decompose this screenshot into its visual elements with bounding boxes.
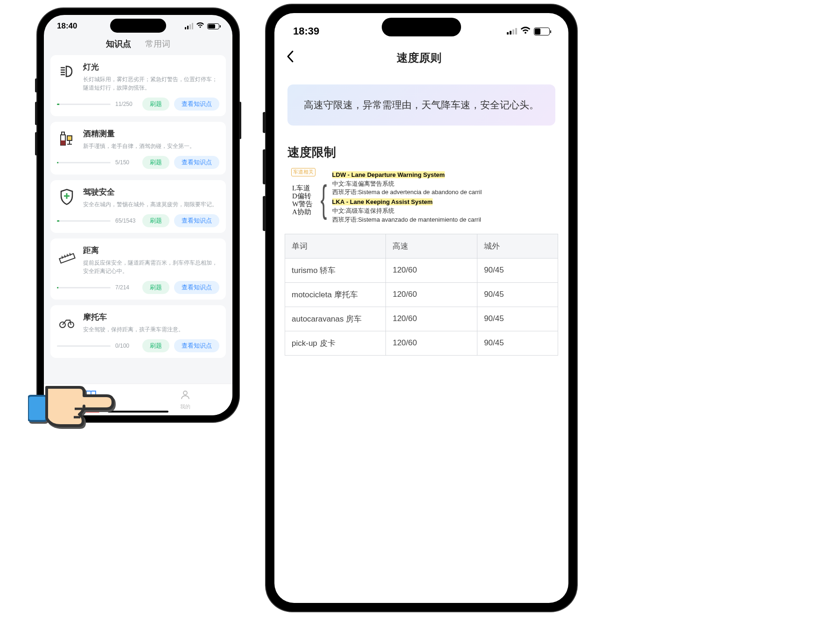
svg-point-19 — [183, 391, 187, 395]
card-title: 灯光 — [83, 62, 219, 72]
table-row: pick-up 皮卡120/6090/45 — [285, 331, 558, 355]
card-desc: 提前反应保安全，隧道距离需百米，刹车停车总相加，安全距离记心中。 — [83, 259, 219, 275]
shield-icon — [57, 187, 77, 206]
speed-limit-table: 单词高速城外 turismo 轿车120/6090/45motocicleta … — [285, 234, 558, 356]
battery-icon — [534, 28, 550, 35]
knowledge-list[interactable]: 灯光 长灯城际用，雾灯恶劣开；紧急灯警告，位置灯停车；隧道短灯行，故障勿慌张。 … — [44, 55, 232, 381]
person-icon — [180, 390, 190, 402]
section-heading: 速度限制 — [274, 140, 568, 170]
progress-text: 65/1543 — [115, 217, 138, 224]
card-title: 距离 — [83, 245, 219, 256]
knowledge-card: 摩托车 安全驾驶，保持距离，孩子乘车需注意。 0/100 刷题 查看知识点 — [50, 305, 226, 358]
practice-button[interactable]: 刷题 — [142, 98, 169, 111]
card-title: 驾驶安全 — [83, 187, 219, 197]
progress-text: 5/150 — [115, 159, 138, 166]
table-header: 城外 — [477, 234, 558, 258]
table-cell: 90/45 — [477, 331, 558, 355]
screen-right: 18:39 速度原则 高速守限速，异常需理由，天气降车速，安全记心头。 速度限制… — [274, 13, 568, 603]
lane-tag: 车道相关 — [291, 168, 315, 176]
detail-header: 速度原则 — [274, 42, 568, 75]
knowledge-card: 驾驶安全 安全在城内，警惕在城外，高速莫疲劳，期限要牢记。 65/1543 刷题… — [50, 180, 226, 233]
svg-rect-6 — [61, 140, 65, 145]
status-icons — [185, 22, 219, 30]
table-cell: 120/60 — [386, 331, 477, 355]
view-knowledge-button[interactable]: 查看知识点 — [174, 214, 219, 227]
view-knowledge-button[interactable]: 查看知识点 — [174, 281, 219, 294]
table-cell: pick-up 皮卡 — [285, 331, 386, 355]
view-knowledge-button[interactable]: 查看知识点 — [174, 98, 219, 111]
cellular-icon — [507, 28, 517, 35]
table-row: turismo 轿车120/6090/45 — [285, 258, 558, 282]
status-icons — [507, 26, 550, 36]
practice-button[interactable]: 刷题 — [142, 339, 169, 352]
table-cell: 90/45 — [477, 258, 558, 282]
status-time: 18:39 — [293, 25, 319, 37]
pointing-hand-icon — [28, 359, 121, 439]
tip-banner: 高速守限速，异常需理由，天气降车速，安全记心头。 — [287, 84, 555, 126]
table-cell: 90/45 — [477, 307, 558, 331]
lane-mnemonic: L车道 D偏转 W警告 A协助 — [291, 170, 315, 225]
ruler-icon — [57, 245, 77, 265]
status-bar: 18:39 — [274, 13, 568, 42]
table-cell: 90/45 — [477, 282, 558, 307]
table-cell: autocaravanas 房车 — [285, 307, 386, 331]
lane-definitions: LDW - Lane Departure Warning System中文:车道… — [332, 170, 559, 225]
progress-bar — [57, 287, 111, 288]
view-knowledge-button[interactable]: 查看知识点 — [174, 156, 219, 169]
table-header: 单词 — [285, 234, 386, 258]
table-header: 高速 — [386, 234, 477, 258]
table-cell: motocicleta 摩托车 — [285, 282, 386, 307]
screen-left: 18:40 知识点 常用词 灯光 长灯城际用，雾灯恶劣开；紧急灯警告，位置灯停车… — [44, 15, 232, 415]
back-button[interactable] — [286, 49, 295, 66]
practice-button[interactable]: 刷题 — [142, 156, 169, 169]
table-row: autocaravanas 房车120/6090/45 — [285, 307, 558, 331]
status-time: 18:40 — [57, 21, 77, 31]
card-desc: 新手谨慎，老手自律，酒驾勿碰，安全第一。 — [83, 142, 219, 150]
cellular-icon — [185, 23, 193, 29]
progress-bar — [57, 345, 111, 347]
knowledge-card: 灯光 长灯城际用，雾灯恶劣开；紧急灯警告，位置灯停车；隧道短灯行，故障勿慌张。 … — [50, 55, 226, 116]
motorcycle-icon — [57, 312, 77, 331]
view-knowledge-button[interactable]: 查看知识点 — [174, 339, 219, 352]
knowledge-card: 酒精测量 新手谨慎，老手自律，酒驾勿碰，安全第一。 5/150 刷题 查看知识点 — [50, 122, 226, 175]
wifi-icon — [196, 22, 204, 30]
nav-mine-label: 我的 — [180, 403, 190, 410]
svg-rect-20 — [28, 396, 47, 421]
practice-button[interactable]: 刷题 — [142, 214, 169, 227]
table-cell: 120/60 — [386, 258, 477, 282]
top-tabs: 知识点 常用词 — [44, 35, 232, 55]
progress-text: 7/214 — [115, 284, 138, 291]
page-title: 速度原则 — [295, 50, 543, 65]
progress-text: 11/250 — [115, 101, 138, 107]
table-cell: 120/60 — [386, 282, 477, 307]
progress-bar — [57, 162, 111, 163]
svg-rect-7 — [67, 136, 72, 140]
wifi-icon — [520, 26, 531, 36]
card-desc: 安全在城内，警惕在城外，高速莫疲劳，期限要牢记。 — [83, 200, 219, 209]
card-title: 酒精测量 — [83, 128, 219, 139]
card-title: 摩托车 — [83, 312, 219, 322]
phone-frame-right: 18:39 速度原则 高速守限速，异常需理由，天气降车速，安全记心头。 速度限制… — [266, 5, 577, 611]
table-cell: turismo 轿车 — [285, 258, 386, 282]
progress-bar — [57, 104, 111, 105]
card-desc: 长灯城际用，雾灯恶劣开；紧急灯警告，位置灯停车；隧道短灯行，故障勿慌张。 — [83, 75, 219, 92]
tab-knowledge[interactable]: 知识点 — [106, 38, 131, 49]
status-bar: 18:40 — [44, 15, 232, 35]
lane-systems-note: 车道相关 L车道 D偏转 W警告 A协助 { LDW - Lane Depart… — [291, 170, 559, 225]
table-row: motocicleta 摩托车120/6090/45 — [285, 282, 558, 307]
headlight-icon — [57, 62, 77, 81]
progress-bar — [57, 220, 111, 222]
lane-item: LDW - Lane Departure Warning System中文:车道… — [332, 171, 559, 197]
practice-button[interactable]: 刷题 — [142, 281, 169, 294]
brace-icon: { — [321, 183, 327, 214]
progress-text: 0/100 — [115, 343, 138, 349]
knowledge-card: 距离 提前反应保安全，隧道距离需百米，刹车停车总相加，安全距离记心中。 7/21… — [50, 238, 226, 300]
bottle-icon — [57, 128, 77, 148]
battery-icon — [207, 23, 219, 29]
lane-item: LKA - Lane Keeping Assist System中文:高级车道保… — [332, 198, 559, 224]
card-desc: 安全驾驶，保持距离，孩子乘车需注意。 — [83, 325, 219, 334]
table-cell: 120/60 — [386, 307, 477, 331]
tab-common-words[interactable]: 常用词 — [145, 38, 170, 49]
